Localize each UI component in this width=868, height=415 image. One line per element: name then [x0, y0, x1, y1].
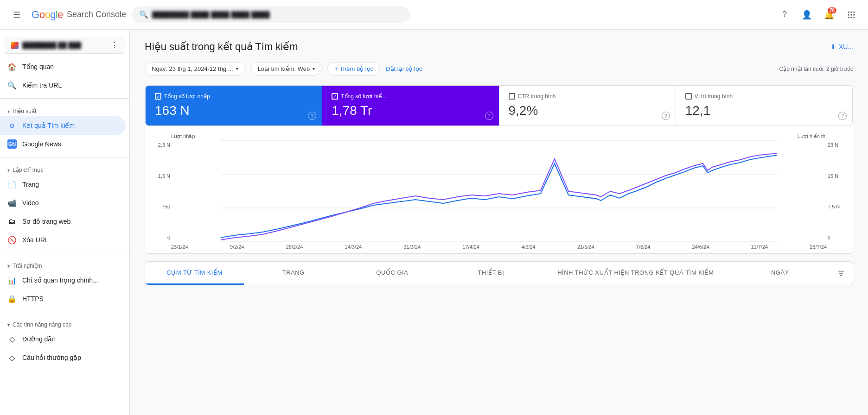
metric-help-luot-hien-thi[interactable]: ?	[485, 112, 493, 120]
svg-point-1	[850, 11, 852, 13]
svg-point-4	[850, 14, 852, 15]
x-label-12: 28/7/24	[810, 244, 827, 250]
y-right-val-4: 0	[828, 235, 845, 240]
svg-point-6	[848, 17, 849, 18]
search-input[interactable]	[152, 11, 402, 19]
x-label-9: 7/6/24	[636, 244, 651, 250]
chevron-down-icon: ▾	[7, 322, 10, 327]
sidebar-item-duong-dan[interactable]: ◇ Đường dẫn	[0, 330, 126, 348]
property-selector[interactable]: ████████ ██ ███ ⋮	[4, 37, 126, 54]
search-bar[interactable]: 🔍	[132, 6, 410, 23]
metric-checkbox-luot-nhap[interactable]	[155, 93, 161, 100]
x-label-2: 9/2/24	[230, 244, 244, 250]
tab-hinh-thuc[interactable]: HÌNH THỨC XUẤT HIỆN TRONG KẾT QUẢ TÌM KI…	[541, 262, 731, 285]
chevron-down-icon: ▾	[7, 109, 10, 114]
sidebar-item-ket-qua-tim-kiem[interactable]: G Kết quả Tìm kiếm	[0, 116, 126, 135]
google-logo: Google	[32, 9, 63, 21]
sidebar-item-video[interactable]: 📹 Video	[0, 194, 126, 212]
y-axis-right: 23 N 15 N 7,5 N 0	[828, 140, 845, 242]
y-axis-left: 2,3 N 1,5 N 750 0	[153, 140, 170, 242]
metric-checkbox-luot-hien-thi[interactable]	[332, 93, 338, 100]
x-label-8: 21/5/24	[577, 244, 594, 250]
divider-1	[0, 98, 129, 99]
sidebar-item-trang[interactable]: 📄 Trang	[0, 175, 126, 194]
sidebar-item-cau-hoi[interactable]: ◇ Câu hỏi thường gặp	[0, 348, 126, 367]
sidebar-item-tong-quan[interactable]: 🏠 Tổng quan	[0, 57, 126, 76]
logo-area: Google Search Console	[32, 9, 126, 21]
sidebar: ████████ ██ ███ ⋮ 🏠 Tổng quan 🔍 Kiểm tra…	[0, 30, 130, 415]
sidebar-item-google-news[interactable]: GN Google News	[0, 135, 126, 153]
add-filter-button[interactable]: + Thêm bộ lọc	[327, 62, 380, 75]
content-area: Hiệu suất trong kết quả Tìm kiếm ⬇ XU...…	[130, 30, 868, 415]
svg-point-3	[848, 14, 849, 15]
tabs-row: CỤM TỪ TÌM KIẾM TRANG QUỐC GIA THIẾT BỊ …	[145, 261, 853, 285]
chevron-down-icon: ▾	[7, 264, 10, 269]
clicks-line	[221, 155, 777, 238]
account-button[interactable]: 👤	[798, 6, 816, 24]
metric-help-ctr[interactable]: ?	[662, 112, 670, 120]
filter-bar: Ngày: 23 thg 1, 2024-12 thg ... ▾ Loại t…	[145, 62, 853, 75]
top-icons-area: ? 👤 🔔 78	[775, 6, 861, 24]
menu-icon: ☰	[13, 10, 20, 20]
metric-checkbox-ctr[interactable]	[509, 93, 515, 100]
metric-value-luot-hien-thi: 1,78 Tr	[332, 103, 489, 118]
chart-axis-labels: Lượt nhấp Lượt hiển thị	[153, 133, 845, 139]
svg-point-7	[850, 17, 852, 18]
download-button[interactable]: ⬇ XU...	[830, 43, 853, 50]
tab-trang[interactable]: TRANG	[244, 262, 343, 285]
sidebar-item-label: Trang	[22, 181, 39, 188]
date-filter-chip[interactable]: Ngày: 23 thg 1, 2024-12 thg ... ▾	[145, 62, 245, 75]
product-name: Search Console	[67, 10, 126, 19]
section-hieu-suat: ▾ Hiệu suất	[0, 102, 129, 116]
video-icon: 📹	[7, 198, 17, 208]
metric-card-ctr[interactable]: CTR trung bình 9,2% ?	[499, 86, 676, 126]
metric-card-vi-tri[interactable]: Vị trí trung bình 12,1 ?	[676, 86, 852, 126]
help-button[interactable]: ?	[775, 6, 794, 24]
sidebar-item-label: Chỉ số quan trọng chính...	[22, 277, 98, 284]
metric-card-luot-hien-thi[interactable]: Tổng số lượt hiể... 1,78 Tr ?	[322, 86, 499, 126]
section-tinh-nang: ▾ Các tính năng nâng cao	[0, 316, 129, 330]
metric-label-luot-nhap: Tổng số lượt nhấp	[164, 93, 210, 100]
date-filter-label: Ngày: 23 thg 1, 2024-12 thg ...	[152, 65, 233, 72]
home-icon: 🏠	[7, 62, 17, 71]
sidebar-item-label: Xóa URL	[22, 236, 49, 244]
type-filter-label: Loại tìm kiếm: Web	[258, 65, 310, 72]
metrics-row: Tổng số lượt nhấp 163 N ? Tổng số lượt h…	[145, 85, 853, 126]
line-chart	[171, 140, 827, 242]
sidebar-item-kiem-tra-url[interactable]: 🔍 Kiểm tra URL	[0, 76, 126, 94]
sitemap-icon: 🗂	[7, 217, 17, 226]
type-filter-chip[interactable]: Loại tìm kiếm: Web ▾	[251, 62, 322, 75]
section-label: Hiệu suất	[13, 108, 36, 114]
breadcrumb-icon: ◇	[7, 334, 17, 344]
metric-value-vi-tri: 12,1	[685, 103, 843, 118]
main-content: ████████ ██ ███ ⋮ 🏠 Tổng quan 🔍 Kiểm tra…	[0, 30, 868, 415]
metric-checkbox-vi-tri[interactable]	[685, 93, 692, 100]
apps-button[interactable]	[842, 6, 861, 24]
faq-icon: ◇	[7, 353, 17, 362]
tab-thiet-bi[interactable]: THIẾT BỊ	[441, 262, 540, 285]
sidebar-item-chi-so[interactable]: 📊 Chỉ số quan trọng chính...	[0, 271, 126, 289]
svg-point-2	[853, 11, 855, 13]
sidebar-item-so-do-trang-web[interactable]: 🗂 Sơ đồ trang web	[0, 212, 126, 231]
divider-3	[0, 253, 129, 253]
sidebar-item-xoa-url[interactable]: 🚫 Xóa URL	[0, 231, 126, 249]
tabs-filter-button[interactable]	[830, 262, 853, 285]
tab-ngay[interactable]: NGÀY	[731, 262, 830, 285]
reset-filter-button[interactable]: Đặt lại bộ lọc	[386, 65, 422, 72]
svg-point-0	[848, 11, 849, 13]
menu-button[interactable]: ☰	[7, 6, 26, 24]
metric-help-luot-nhap[interactable]: ?	[308, 112, 316, 120]
metric-help-vi-tri[interactable]: ?	[838, 112, 847, 120]
divider-4	[0, 312, 129, 312]
chevron-down-icon: ▾	[313, 66, 315, 71]
metric-value-ctr: 9,2%	[509, 103, 666, 118]
sidebar-item-label: Sơ đồ trang web	[22, 218, 70, 225]
x-label-5: 31/3/24	[403, 244, 421, 250]
metric-card-luot-nhap[interactable]: Tổng số lượt nhấp 163 N ?	[146, 86, 322, 126]
chevron-down-icon: ▾	[7, 168, 10, 173]
notifications-button[interactable]: 🔔 78	[820, 6, 838, 24]
tab-quoc-gia[interactable]: QUỐC GIA	[343, 262, 441, 285]
tab-cum-tu[interactable]: CỤM TỪ TÌM KIẾM	[145, 262, 244, 285]
sidebar-item-https[interactable]: 🔒 HTTPS	[0, 289, 126, 308]
section-trai-nghiem: ▾ Trải nghiệm	[0, 257, 129, 271]
